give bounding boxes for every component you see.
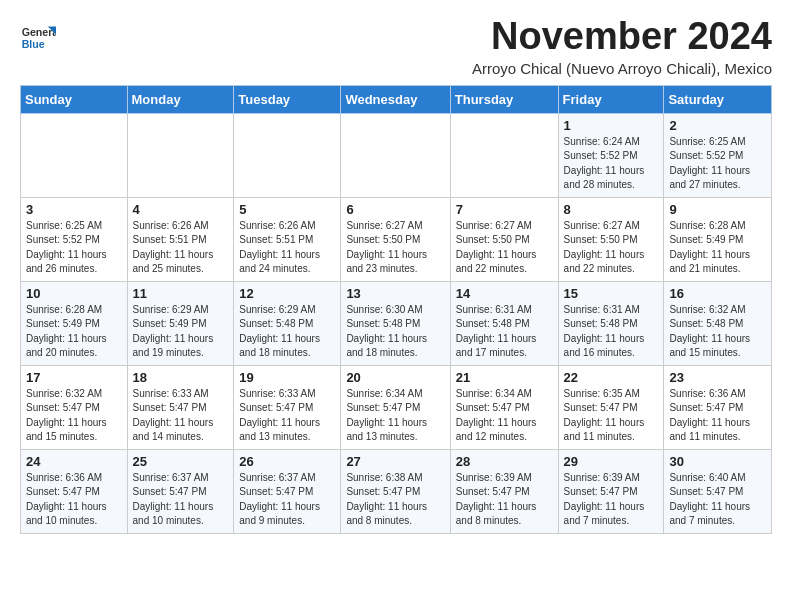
day-cell: 21Sunrise: 6:34 AM Sunset: 5:47 PM Dayli… [450, 365, 558, 449]
day-cell [341, 113, 450, 197]
day-info: Sunrise: 6:34 AM Sunset: 5:47 PM Dayligh… [346, 387, 444, 445]
day-info: Sunrise: 6:25 AM Sunset: 5:52 PM Dayligh… [669, 135, 766, 193]
day-info: Sunrise: 6:28 AM Sunset: 5:49 PM Dayligh… [669, 219, 766, 277]
day-number: 5 [239, 202, 335, 217]
day-number: 14 [456, 286, 553, 301]
day-number: 20 [346, 370, 444, 385]
day-number: 18 [133, 370, 229, 385]
day-number: 19 [239, 370, 335, 385]
day-info: Sunrise: 6:37 AM Sunset: 5:47 PM Dayligh… [133, 471, 229, 529]
week-row-2: 3Sunrise: 6:25 AM Sunset: 5:52 PM Daylig… [21, 197, 772, 281]
column-header-wednesday: Wednesday [341, 85, 450, 113]
day-info: Sunrise: 6:27 AM Sunset: 5:50 PM Dayligh… [564, 219, 659, 277]
day-cell: 5Sunrise: 6:26 AM Sunset: 5:51 PM Daylig… [234, 197, 341, 281]
day-cell: 18Sunrise: 6:33 AM Sunset: 5:47 PM Dayli… [127, 365, 234, 449]
subtitle: Arroyo Chical (Nuevo Arroyo Chicali), Me… [472, 60, 772, 77]
day-info: Sunrise: 6:36 AM Sunset: 5:47 PM Dayligh… [26, 471, 122, 529]
day-cell: 8Sunrise: 6:27 AM Sunset: 5:50 PM Daylig… [558, 197, 664, 281]
day-info: Sunrise: 6:24 AM Sunset: 5:52 PM Dayligh… [564, 135, 659, 193]
day-cell [450, 113, 558, 197]
day-info: Sunrise: 6:31 AM Sunset: 5:48 PM Dayligh… [564, 303, 659, 361]
month-title: November 2024 [472, 16, 772, 58]
day-cell: 14Sunrise: 6:31 AM Sunset: 5:48 PM Dayli… [450, 281, 558, 365]
day-number: 4 [133, 202, 229, 217]
day-cell: 16Sunrise: 6:32 AM Sunset: 5:48 PM Dayli… [664, 281, 772, 365]
day-cell: 30Sunrise: 6:40 AM Sunset: 5:47 PM Dayli… [664, 449, 772, 533]
day-info: Sunrise: 6:29 AM Sunset: 5:49 PM Dayligh… [133, 303, 229, 361]
day-info: Sunrise: 6:34 AM Sunset: 5:47 PM Dayligh… [456, 387, 553, 445]
day-number: 1 [564, 118, 659, 133]
day-cell: 13Sunrise: 6:30 AM Sunset: 5:48 PM Dayli… [341, 281, 450, 365]
day-cell: 19Sunrise: 6:33 AM Sunset: 5:47 PM Dayli… [234, 365, 341, 449]
day-cell: 20Sunrise: 6:34 AM Sunset: 5:47 PM Dayli… [341, 365, 450, 449]
day-cell: 23Sunrise: 6:36 AM Sunset: 5:47 PM Dayli… [664, 365, 772, 449]
day-info: Sunrise: 6:26 AM Sunset: 5:51 PM Dayligh… [239, 219, 335, 277]
day-info: Sunrise: 6:38 AM Sunset: 5:47 PM Dayligh… [346, 471, 444, 529]
column-header-saturday: Saturday [664, 85, 772, 113]
day-number: 30 [669, 454, 766, 469]
day-number: 16 [669, 286, 766, 301]
day-info: Sunrise: 6:27 AM Sunset: 5:50 PM Dayligh… [346, 219, 444, 277]
day-number: 24 [26, 454, 122, 469]
day-number: 28 [456, 454, 553, 469]
day-number: 8 [564, 202, 659, 217]
day-number: 10 [26, 286, 122, 301]
column-header-thursday: Thursday [450, 85, 558, 113]
week-row-3: 10Sunrise: 6:28 AM Sunset: 5:49 PM Dayli… [21, 281, 772, 365]
day-number: 25 [133, 454, 229, 469]
day-number: 9 [669, 202, 766, 217]
day-cell: 29Sunrise: 6:39 AM Sunset: 5:47 PM Dayli… [558, 449, 664, 533]
day-cell: 17Sunrise: 6:32 AM Sunset: 5:47 PM Dayli… [21, 365, 128, 449]
day-info: Sunrise: 6:26 AM Sunset: 5:51 PM Dayligh… [133, 219, 229, 277]
day-number: 6 [346, 202, 444, 217]
day-cell: 4Sunrise: 6:26 AM Sunset: 5:51 PM Daylig… [127, 197, 234, 281]
day-cell [127, 113, 234, 197]
day-number: 11 [133, 286, 229, 301]
day-info: Sunrise: 6:27 AM Sunset: 5:50 PM Dayligh… [456, 219, 553, 277]
day-info: Sunrise: 6:39 AM Sunset: 5:47 PM Dayligh… [564, 471, 659, 529]
day-number: 17 [26, 370, 122, 385]
day-info: Sunrise: 6:33 AM Sunset: 5:47 PM Dayligh… [239, 387, 335, 445]
day-number: 3 [26, 202, 122, 217]
day-number: 12 [239, 286, 335, 301]
day-number: 27 [346, 454, 444, 469]
day-cell [234, 113, 341, 197]
day-cell: 3Sunrise: 6:25 AM Sunset: 5:52 PM Daylig… [21, 197, 128, 281]
week-row-4: 17Sunrise: 6:32 AM Sunset: 5:47 PM Dayli… [21, 365, 772, 449]
day-info: Sunrise: 6:33 AM Sunset: 5:47 PM Dayligh… [133, 387, 229, 445]
day-number: 7 [456, 202, 553, 217]
column-header-sunday: Sunday [21, 85, 128, 113]
day-cell: 25Sunrise: 6:37 AM Sunset: 5:47 PM Dayli… [127, 449, 234, 533]
svg-text:Blue: Blue [22, 38, 45, 50]
day-info: Sunrise: 6:29 AM Sunset: 5:48 PM Dayligh… [239, 303, 335, 361]
day-info: Sunrise: 6:28 AM Sunset: 5:49 PM Dayligh… [26, 303, 122, 361]
day-cell: 12Sunrise: 6:29 AM Sunset: 5:48 PM Dayli… [234, 281, 341, 365]
day-cell: 11Sunrise: 6:29 AM Sunset: 5:49 PM Dayli… [127, 281, 234, 365]
day-cell: 9Sunrise: 6:28 AM Sunset: 5:49 PM Daylig… [664, 197, 772, 281]
column-header-friday: Friday [558, 85, 664, 113]
week-row-1: 1Sunrise: 6:24 AM Sunset: 5:52 PM Daylig… [21, 113, 772, 197]
day-cell [21, 113, 128, 197]
column-header-tuesday: Tuesday [234, 85, 341, 113]
day-info: Sunrise: 6:32 AM Sunset: 5:48 PM Dayligh… [669, 303, 766, 361]
day-cell: 22Sunrise: 6:35 AM Sunset: 5:47 PM Dayli… [558, 365, 664, 449]
day-info: Sunrise: 6:31 AM Sunset: 5:48 PM Dayligh… [456, 303, 553, 361]
day-cell: 2Sunrise: 6:25 AM Sunset: 5:52 PM Daylig… [664, 113, 772, 197]
day-headers: SundayMondayTuesdayWednesdayThursdayFrid… [21, 85, 772, 113]
day-cell: 27Sunrise: 6:38 AM Sunset: 5:47 PM Dayli… [341, 449, 450, 533]
calendar: SundayMondayTuesdayWednesdayThursdayFrid… [20, 85, 772, 534]
title-block: November 2024 Arroyo Chical (Nuevo Arroy… [472, 16, 772, 77]
day-info: Sunrise: 6:36 AM Sunset: 5:47 PM Dayligh… [669, 387, 766, 445]
day-cell: 10Sunrise: 6:28 AM Sunset: 5:49 PM Dayli… [21, 281, 128, 365]
header: General Blue November 2024 Arroyo Chical… [20, 16, 772, 77]
day-cell: 26Sunrise: 6:37 AM Sunset: 5:47 PM Dayli… [234, 449, 341, 533]
day-number: 15 [564, 286, 659, 301]
day-cell: 6Sunrise: 6:27 AM Sunset: 5:50 PM Daylig… [341, 197, 450, 281]
week-row-5: 24Sunrise: 6:36 AM Sunset: 5:47 PM Dayli… [21, 449, 772, 533]
logo-icon: General Blue [20, 20, 56, 56]
day-number: 29 [564, 454, 659, 469]
day-cell: 28Sunrise: 6:39 AM Sunset: 5:47 PM Dayli… [450, 449, 558, 533]
day-info: Sunrise: 6:35 AM Sunset: 5:47 PM Dayligh… [564, 387, 659, 445]
day-info: Sunrise: 6:37 AM Sunset: 5:47 PM Dayligh… [239, 471, 335, 529]
day-info: Sunrise: 6:40 AM Sunset: 5:47 PM Dayligh… [669, 471, 766, 529]
